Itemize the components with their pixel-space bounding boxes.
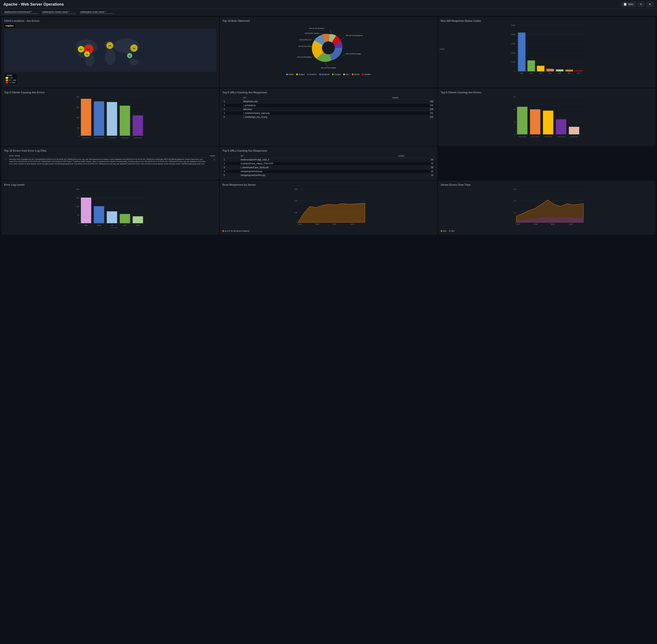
svg-text:notice: notice	[136, 225, 140, 226]
mapbox-label: mapbox	[4, 24, 15, 27]
row-count: 72	[397, 162, 435, 166]
legend-baidu: Baidu	[286, 73, 293, 75]
503-dot	[449, 230, 451, 232]
top10-bots-panel: Top 10 Bots Observed	[220, 17, 437, 87]
row-url: /_downloads/Case_Study.pdf	[239, 166, 397, 169]
table-row: 2 /_js/master.js 144	[222, 104, 435, 108]
svg-text:warn: warn	[84, 225, 88, 226]
svg-text:107: 107	[80, 49, 83, 50]
row-num: 5	[222, 174, 239, 177]
legend-ip: ip-172-31-90-39.ec2.internal	[222, 230, 249, 232]
filter-button[interactable]: ▼	[646, 2, 654, 7]
svg-text:381: 381	[133, 48, 135, 49]
table-row: 4 /shopping/cart/view.jsp 25	[222, 169, 435, 174]
svg-rect-78	[107, 102, 117, 136]
row-url: /aboutus/	[242, 108, 391, 111]
svg-text:3,000: 3,000	[511, 43, 516, 45]
svg-text:2,000: 2,000	[511, 52, 516, 54]
error-log-levels-title: Error Log Levels	[4, 183, 216, 186]
svg-text:10: 10	[513, 109, 515, 110]
svg-text:128 (6.9%) Yandex: 128 (6.9%) Yandex	[305, 32, 320, 34]
error-col-count: count	[209, 154, 217, 158]
legend-msn: msn	[343, 73, 349, 75]
row-count: 168	[391, 100, 435, 104]
error-responses-server-title: Error Responses by Server	[222, 183, 435, 186]
error-responses-legend: ip-172-31-90-39.ec2.internal	[222, 230, 435, 232]
col-num-header	[222, 96, 242, 100]
ezooms-dot	[307, 73, 309, 75]
refresh-button[interactable]: ↻	[638, 2, 644, 7]
top5-4xx-bar-svg: 200 150 100 50 0 49.212.135.76 169.107.1…	[10, 96, 216, 139]
svg-text:169.107.162.257: 169.107.162.257	[94, 137, 104, 138]
svg-text:10:00: 10:00	[351, 224, 354, 225]
svg-text:09:30: 09:30	[533, 224, 538, 225]
node-name-filter[interactable]	[80, 10, 114, 14]
legend-yandex: Yandex	[362, 73, 371, 75]
svg-text:892: 892	[87, 48, 90, 50]
legend-row-mid: 87 - 499	[6, 79, 16, 81]
svg-line-24	[343, 54, 345, 56]
svg-text:0: 0	[515, 222, 516, 224]
svg-text:370 (19.8%) Google: 370 (19.8%) Google	[346, 53, 361, 55]
non200-status-title: Non 200 Response Status Codes	[441, 19, 653, 22]
svg-line-28	[312, 56, 315, 57]
svg-text:Log Level: Log Level	[110, 227, 117, 228]
row-num: 1	[4, 158, 8, 166]
error-log-table: error_mesg count 1 Directory index forbi…	[4, 154, 216, 166]
error-levels-svg: 200 150 100 50 0 warn emerg crit	[10, 188, 216, 228]
client-locations-panel: Client Locations - 4xx Errors mapbox	[2, 17, 219, 87]
table-row: 4 /_media/company_logo.png 102	[222, 111, 435, 115]
svg-rect-55	[546, 69, 554, 71]
svg-text:304: 304	[520, 72, 523, 74]
client-locations-title: Client Locations - 4xx Errors	[4, 19, 216, 22]
table-row: 2 /Lists/b/ref=sva_videos_2?ie=UTF 72	[222, 162, 435, 166]
500-dot	[441, 230, 442, 232]
svg-rect-118	[120, 214, 130, 223]
deployment-environment-filter[interactable]	[3, 10, 38, 14]
svg-line-34	[320, 33, 326, 34]
top10-bots-title: Top 10 Bots Observed	[222, 19, 435, 22]
svg-text:300: 300	[294, 188, 298, 190]
svg-text:09:45: 09:45	[551, 224, 555, 225]
svg-text:10: 10	[514, 212, 516, 213]
svg-line-36	[330, 29, 332, 34]
svg-rect-49	[518, 32, 525, 71]
svg-text:0: 0	[514, 134, 516, 135]
table-row: 5 /_media/logo_my_v2.png 102	[222, 115, 435, 119]
error-responses-chart: 300 200 100 0 09:15 09:30 09:45 10:00	[222, 188, 435, 229]
row-count: 102	[391, 111, 435, 115]
svg-text:09:30: 09:30	[315, 224, 319, 225]
svg-text:49.212.135.76: 49.212.135.76	[82, 137, 90, 138]
svg-text:70.69.152.165: 70.69.152.165	[557, 136, 565, 137]
error-responses-server-panel: Error Responses by Server 300 200 100 0 …	[220, 181, 437, 234]
cluster-name-filter[interactable]	[41, 10, 76, 14]
svg-text:4,000: 4,000	[511, 33, 516, 36]
row-url: /_media/company_logo.png	[242, 111, 391, 115]
svg-rect-82	[133, 115, 143, 136]
row-msg: Directory index forbidden by rule: /var/…	[8, 158, 209, 166]
svg-rect-114	[94, 206, 104, 223]
svg-text:17.233.159.60: 17.233.159.60	[108, 137, 116, 138]
svg-text:500: 500	[568, 72, 570, 74]
svg-text:50: 50	[77, 127, 79, 129]
top5-urls-4xx-panel: Top 5 URLs Causing 4xx Responses url cou…	[220, 89, 437, 145]
server-errors-time-title: Server Errors Over Time	[441, 183, 653, 186]
pie-container: 400 (21.4%) facebook 370 (19.8%) Google …	[222, 24, 435, 75]
map-legend: _count < 87 87 - 499 >= 500	[4, 73, 18, 85]
legend-503: 503	[449, 230, 455, 232]
time-range-button[interactable]: 🕐 -60m	[621, 2, 636, 7]
clock-icon: 🕐	[623, 3, 627, 6]
svg-rect-80	[120, 106, 130, 136]
world-map-svg: 107 892 110 326 381 66	[4, 29, 216, 72]
server-errors-chart: 30 20 10 0 09:15 09:30 09:45 10:00	[441, 188, 653, 229]
filter-icon: ▼	[649, 3, 651, 6]
row-num: 4	[222, 111, 242, 115]
svg-text:126 (6.7%) Ezooms: 126 (6.7%) Ezooms	[309, 27, 324, 29]
svg-text:100: 100	[294, 212, 298, 213]
legend-color-mid	[6, 79, 8, 81]
row-count: 1	[209, 158, 217, 166]
top5-clients-5xx-title: Top 5 Clients Causing 5xx Errors	[441, 91, 653, 94]
row-num: 2	[222, 104, 242, 108]
header: Apache - Web Server Operations 🕐 -60m ↻ …	[0, 0, 657, 9]
dashboard-grid: Client Locations - 4xx Errors mapbox	[0, 15, 657, 236]
